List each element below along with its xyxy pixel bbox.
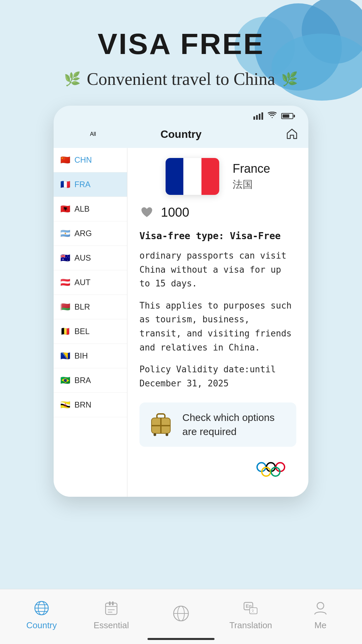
detail-panel: France 法国 1000 Visa-free type: Visa-Free… [127, 148, 308, 497]
me-nav-icon [311, 599, 330, 618]
phone-container: All Country 🇨🇳 CHN 🇫🇷 FRA [0, 106, 362, 497]
arg-flag: 🇦🇷 [60, 229, 70, 237]
nav-item-me[interactable]: Me [294, 599, 347, 631]
me-nav-label: Me [314, 620, 326, 631]
bih-code: BIH [74, 351, 88, 361]
country-nav-icon [32, 599, 51, 618]
policy-validity: Policy Validity date:until December 31, … [139, 363, 296, 390]
chn-flag: 🇨🇳 [60, 156, 70, 164]
explore-nav-icon [172, 604, 190, 623]
country-item-bra[interactable]: 🇧🇷 BRA [54, 368, 127, 393]
country-item-arg[interactable]: 🇦🇷 ARG [54, 221, 127, 246]
country-item-blr[interactable]: 🇧🇾 BLR [54, 295, 127, 319]
bra-flag: 🇧🇷 [60, 376, 70, 384]
brn-flag: 🇧🇳 [60, 401, 70, 409]
check-options-card[interactable]: Check which options are required [139, 402, 296, 447]
olympic-rings-icon [256, 459, 296, 479]
arg-code: ARG [74, 229, 92, 238]
visa-applies: This applies to purposes such as tourism… [139, 299, 296, 355]
heart-icon[interactable] [139, 205, 154, 220]
visa-description: ordinary passports can visit China witho… [139, 249, 296, 291]
nav-item-translation[interactable]: En 文 Translation [224, 599, 278, 631]
chn-code: CHN [74, 155, 92, 165]
essential-nav-label: Essential [94, 620, 129, 631]
bra-code: BRA [74, 376, 91, 385]
country-name-en: France [233, 162, 270, 176]
country-nav-label: Country [26, 620, 57, 631]
battery-icon [281, 113, 295, 119]
aut-flag: 🇦🇹 [60, 278, 70, 286]
home-indicator [147, 638, 215, 640]
country-item-aut[interactable]: 🇦🇹 AUT [54, 270, 127, 295]
hero-section: VISA FREE 🌿 Convenient travel to China 🌿 [0, 0, 362, 106]
bottom-nav: Country Essential [0, 589, 362, 644]
heart-score-row: 1000 [139, 205, 296, 220]
country-hero: France 法国 [139, 158, 296, 195]
subtitle-row: 🌿 Convenient travel to China 🌿 [0, 69, 362, 89]
translation-nav-icon: En 文 [241, 599, 260, 618]
country-item-bel[interactable]: 🇧🇪 BEL [54, 319, 127, 344]
bel-code: BEL [74, 327, 89, 336]
nav-item-explore[interactable] [154, 604, 208, 626]
app-subtitle: Convenient travel to China [87, 69, 275, 89]
olympic-rings-row [139, 459, 296, 479]
status-bar [54, 106, 308, 124]
svg-rect-18 [109, 601, 111, 605]
header-country: Country [122, 128, 240, 141]
aus-code: AUS [74, 253, 91, 263]
blr-flag: 🇧🇾 [60, 303, 70, 311]
alb-code: ALB [74, 204, 89, 214]
header-all[interactable]: All [64, 131, 122, 137]
svg-point-5 [166, 433, 168, 436]
svg-point-4 [154, 433, 156, 436]
header-country-label: Country [161, 128, 202, 140]
country-sidebar[interactable]: 🇨🇳 CHN 🇫🇷 FRA 🇦🇱 ALB 🇦🇷 ARG 🇦🇺 [54, 148, 127, 497]
svg-point-30 [317, 602, 324, 609]
check-options-text: Check which options are required [182, 411, 288, 439]
aus-flag: 🇦🇺 [60, 254, 70, 262]
svg-rect-19 [112, 601, 114, 605]
app-header: All Country [54, 124, 308, 148]
country-item-bih[interactable]: 🇧🇦 BIH [54, 344, 127, 368]
country-name-cn: 法国 [233, 178, 270, 192]
bih-flag: 🇧🇦 [60, 352, 70, 360]
svg-rect-16 [106, 603, 117, 614]
svg-text:文: 文 [251, 609, 255, 613]
header-home-button[interactable] [240, 127, 298, 141]
app-content: 🇨🇳 CHN 🇫🇷 FRA 🇦🇱 ALB 🇦🇷 ARG 🇦🇺 [54, 148, 308, 497]
leaf-right-icon: 🌿 [281, 71, 298, 87]
country-item-fra[interactable]: 🇫🇷 FRA [54, 172, 127, 197]
leaf-left-icon: 🌿 [64, 71, 81, 87]
country-name-block: France 法国 [233, 162, 270, 192]
blr-code: BLR [74, 302, 90, 312]
score-value: 1000 [161, 205, 189, 220]
signal-icon [253, 112, 263, 120]
alb-flag: 🇦🇱 [60, 205, 70, 213]
country-item-alb[interactable]: 🇦🇱 ALB [54, 197, 127, 221]
home-icon [286, 127, 298, 140]
visa-type-label: Visa-free type: Visa-Free [139, 230, 296, 241]
translation-nav-label: Translation [229, 620, 272, 631]
country-item-chn[interactable]: 🇨🇳 CHN [54, 148, 127, 172]
fra-code: FRA [74, 180, 90, 189]
phone-mockup: All Country 🇨🇳 CHN 🇫🇷 FRA [54, 106, 308, 497]
aut-code: AUT [74, 278, 90, 287]
luggage-icon [147, 411, 174, 438]
app-title: VISA FREE [0, 27, 362, 61]
wifi-icon [268, 112, 277, 120]
all-label: All [90, 131, 96, 137]
nav-item-essential[interactable]: Essential [84, 599, 138, 631]
country-item-aus[interactable]: 🇦🇺 AUS [54, 246, 127, 270]
brn-code: BRN [74, 400, 92, 410]
fra-flag: 🇫🇷 [60, 180, 70, 189]
country-item-brn[interactable]: 🇧🇳 BRN [54, 393, 127, 417]
bel-flag: 🇧🇪 [60, 327, 70, 335]
nav-item-country[interactable]: Country [15, 599, 68, 631]
essential-nav-icon [102, 599, 121, 618]
france-flag-display [166, 158, 219, 195]
